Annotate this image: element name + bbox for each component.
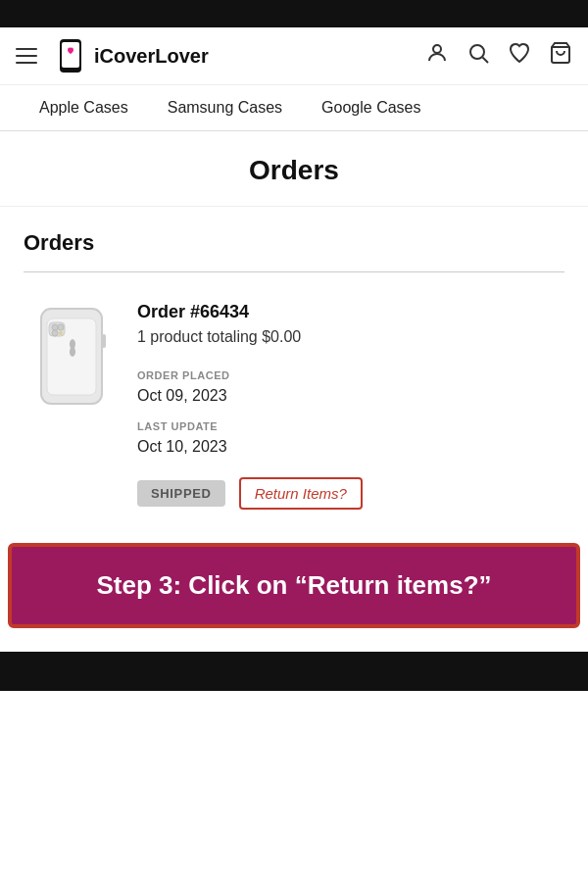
order-placed-label: ORDER PLACED: [137, 369, 564, 381]
orders-heading: Orders: [24, 230, 564, 256]
logo-text: iCoverLover: [94, 45, 209, 68]
order-product-image: [24, 302, 122, 410]
phone-case-svg: [33, 305, 112, 408]
svg-rect-13: [102, 334, 106, 348]
order-update-date: Oct 10, 2023: [137, 438, 564, 456]
svg-point-3: [470, 45, 484, 59]
order-status-row: SHIPPED Return Items?: [137, 477, 564, 510]
page-title-section: Orders: [0, 131, 588, 207]
step-banner: Step 3: Click on “Return items?”: [8, 543, 580, 628]
logo-icon: [53, 37, 90, 74]
cart-icon[interactable]: [549, 41, 572, 71]
page-title: Orders: [16, 155, 572, 186]
svg-rect-1: [62, 42, 79, 68]
nav-samsung-cases[interactable]: Samsung Cases: [148, 85, 302, 130]
svg-point-11: [52, 330, 58, 336]
order-summary: 1 product totaling $0.00: [137, 328, 564, 346]
step-banner-text: Step 3: Click on “Return items?”: [27, 568, 561, 603]
navigation: Apple Cases Samsung Cases Google Cases: [0, 85, 588, 131]
order-number: Order #66434: [137, 302, 564, 322]
nav-apple-cases[interactable]: Apple Cases: [20, 85, 148, 130]
order-update-label: LAST UPDATE: [137, 420, 564, 432]
svg-point-9: [52, 324, 58, 330]
svg-point-10: [58, 324, 64, 330]
svg-line-4: [483, 58, 489, 64]
search-icon[interactable]: [466, 41, 490, 71]
orders-divider: [24, 271, 564, 272]
logo[interactable]: iCoverLover: [53, 37, 417, 74]
order-card: Order #66434 1 product totaling $0.00 OR…: [24, 292, 564, 519]
orders-section: Orders Or: [0, 207, 588, 519]
svg-point-12: [59, 331, 63, 335]
bottom-bar: [0, 652, 588, 691]
header-icons: [425, 41, 572, 71]
return-items-button[interactable]: Return Items?: [239, 477, 363, 510]
nav-google-cases[interactable]: Google Cases: [302, 85, 440, 130]
header: iCoverLover: [0, 27, 588, 85]
top-bar: [0, 0, 588, 27]
svg-point-2: [433, 45, 441, 53]
wishlist-icon[interactable]: [508, 41, 531, 71]
shipped-badge: SHIPPED: [137, 480, 225, 507]
order-details: Order #66434 1 product totaling $0.00 OR…: [137, 302, 564, 510]
hamburger-menu[interactable]: [16, 48, 37, 64]
account-icon[interactable]: [425, 41, 449, 71]
order-placed-date: Oct 09, 2023: [137, 387, 564, 405]
